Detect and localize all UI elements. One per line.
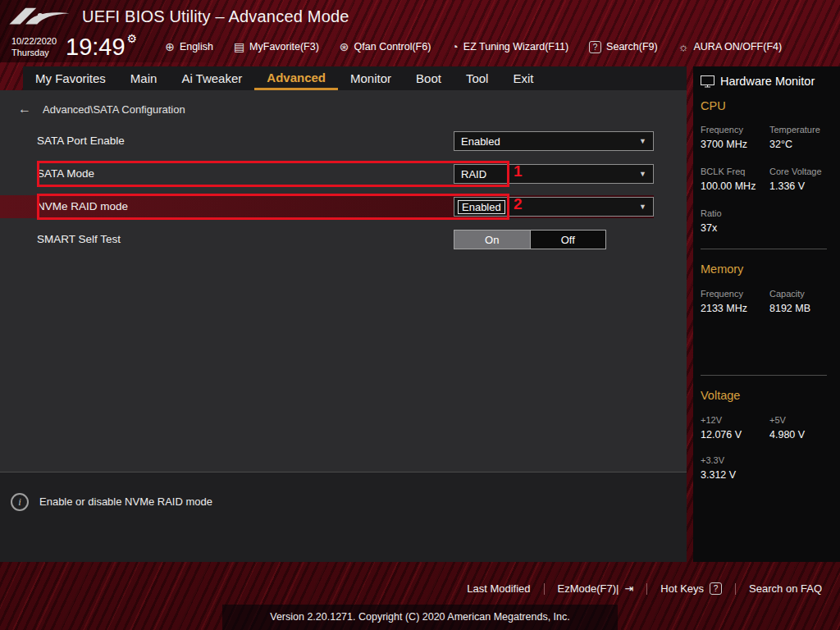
dropdown-value: Enabled bbox=[458, 200, 505, 214]
hot-keys-button[interactable]: Hot Keys ? bbox=[647, 582, 735, 595]
app-title: UEFI BIOS Utility – Advanced Mode bbox=[82, 7, 349, 26]
last-modified-button[interactable]: Last Modified bbox=[454, 582, 543, 595]
myfavorite-button[interactable]: ▤ MyFavorite(F3) bbox=[234, 40, 319, 53]
breadcrumb-text: Advanced\SATA Configuration bbox=[43, 103, 185, 116]
settings-panel: ← Advanced\SATA Configuration SATA Port … bbox=[0, 90, 687, 472]
tab-monitor[interactable]: Monitor bbox=[338, 66, 404, 90]
memory-section-title: Memory bbox=[701, 262, 832, 276]
divider bbox=[701, 249, 827, 249]
sata-mode-dropdown[interactable]: RAID ▼ bbox=[454, 164, 654, 184]
hot-keys-label: Hot Keys bbox=[660, 582, 704, 595]
chevron-down-icon: ▼ bbox=[639, 170, 646, 178]
hardware-monitor-header: Hardware Monitor bbox=[701, 75, 832, 88]
globe-icon: ⊕ bbox=[165, 40, 175, 53]
tuning-gauge-icon: ◔ bbox=[451, 40, 458, 53]
voltage-row-values: 12.076 V 4.980 V bbox=[701, 429, 832, 441]
date-text: 10/22/2020 bbox=[11, 35, 66, 47]
hardware-monitor-title: Hardware Monitor bbox=[720, 75, 815, 88]
ezmode-exit-arrow-icon: ⇥ bbox=[624, 582, 633, 595]
voltage-row-labels: +12V +5V bbox=[701, 415, 832, 425]
help-panel: i Enable or disable NVMe RAID mode bbox=[0, 472, 687, 562]
version-text: Version 2.20.1271. Copyright (C) 2020 Am… bbox=[222, 605, 617, 630]
cpu-section-title: CPU bbox=[701, 99, 832, 112]
memory-frequency-value: 2133 MHz bbox=[701, 303, 769, 314]
last-modified-label: Last Modified bbox=[467, 582, 530, 595]
tab-main[interactable]: Main bbox=[118, 66, 170, 90]
main-menu-tabs: My Favorites Main Ai Tweaker Advanced Mo… bbox=[23, 66, 687, 90]
favorite-list-icon: ▤ bbox=[234, 40, 244, 53]
search-on-faq-label: Search on FAQ bbox=[749, 582, 822, 595]
qfan-label: Qfan Control(F6) bbox=[354, 41, 431, 52]
divider bbox=[701, 375, 827, 376]
smart-self-test-toggle: On Off bbox=[454, 230, 606, 249]
voltage-5v-value: 4.980 V bbox=[769, 429, 832, 441]
banner-toolbar: ⊕ English ▤ MyFavorite(F3) ⊛ Qfan Contro… bbox=[165, 40, 782, 53]
nvme-raid-mode-dropdown[interactable]: Enabled ▼ bbox=[454, 197, 654, 217]
memory-frequency-label: Frequency bbox=[701, 289, 769, 299]
voltage-5v-label: +5V bbox=[769, 415, 832, 425]
myfavorite-label: MyFavorite(F3) bbox=[249, 41, 319, 52]
weekday-text: Thursday bbox=[11, 47, 66, 58]
bclk-row-values: 100.00 MHz 1.336 V bbox=[701, 180, 832, 192]
aura-label: AURA ON/OFF(F4) bbox=[693, 41, 782, 52]
setting-row-smart-self-test: SMART Self Test On Off bbox=[0, 228, 687, 251]
bclk-freq-label: BCLK Freq bbox=[701, 167, 769, 176]
memory-capacity-value: 8192 MB bbox=[769, 303, 832, 314]
clock: 19:49 ⚙ bbox=[66, 35, 137, 59]
help-text: Enable or disable NVMe RAID mode bbox=[39, 495, 212, 508]
date-block: 10/22/2020 Thursday bbox=[11, 35, 66, 59]
hot-keys-question-icon: ? bbox=[710, 582, 722, 595]
time-settings-gear-icon[interactable]: ⚙ bbox=[127, 33, 138, 44]
search-button[interactable]: ? Search(F9) bbox=[589, 41, 658, 53]
setting-row-sata-port-enable: SATA Port Enable Enabled ▼ bbox=[0, 130, 687, 153]
ratio-value: 37x bbox=[701, 222, 832, 234]
annotation-number-2: 2 bbox=[514, 195, 523, 213]
aura-button[interactable]: ☼ AURA ON/OFF(F4) bbox=[678, 40, 783, 53]
cpu-row-labels: Frequency Temperature bbox=[701, 125, 832, 135]
sata-port-enable-dropdown[interactable]: Enabled ▼ bbox=[454, 131, 654, 151]
cpu-frequency-value: 3700 MHz bbox=[701, 139, 769, 150]
chevron-down-icon: ▼ bbox=[639, 137, 646, 145]
fan-icon: ⊛ bbox=[340, 40, 349, 53]
setting-label: SMART Self Test bbox=[37, 233, 121, 245]
voltage-3v3-value: 3.312 V bbox=[701, 469, 832, 481]
monitor-icon bbox=[701, 75, 714, 88]
qfan-control-button[interactable]: ⊛ Qfan Control(F6) bbox=[340, 40, 431, 53]
chevron-down-icon: ▼ bbox=[639, 203, 646, 211]
setting-row-sata-mode: SATA Mode RAID ▼ bbox=[0, 162, 687, 185]
tab-boot[interactable]: Boot bbox=[404, 66, 454, 90]
core-voltage-label: Core Voltage bbox=[769, 167, 832, 176]
voltage-12v-label: +12V bbox=[701, 415, 769, 425]
aura-light-icon: ☼ bbox=[678, 40, 689, 53]
memory-capacity-label: Capacity bbox=[769, 289, 832, 299]
setting-label: NVMe RAID mode bbox=[37, 200, 128, 212]
ratio-label: Ratio bbox=[701, 208, 832, 218]
setting-row-nvme-raid-mode: NVMe RAID mode Enabled ▼ bbox=[0, 195, 654, 218]
cpu-frequency-label: Frequency bbox=[701, 125, 769, 135]
ez-tuning-label: EZ Tuning Wizard(F11) bbox=[463, 41, 568, 52]
rog-logo-icon bbox=[8, 4, 71, 29]
annotation-number-1: 1 bbox=[514, 162, 523, 180]
voltage-12v-value: 12.076 V bbox=[701, 429, 769, 441]
tab-advanced[interactable]: Advanced bbox=[254, 66, 338, 90]
core-voltage-value: 1.336 V bbox=[769, 180, 832, 192]
search-on-faq-button[interactable]: Search on FAQ bbox=[736, 582, 835, 595]
tab-ai-tweaker[interactable]: Ai Tweaker bbox=[169, 66, 254, 90]
info-icon: i bbox=[11, 493, 29, 511]
top-banner: UEFI BIOS Utility – Advanced Mode 10/22/… bbox=[0, 0, 840, 62]
ez-tuning-wizard-button[interactable]: ◔ EZ Tuning Wizard(F11) bbox=[451, 40, 568, 53]
back-arrow-icon[interactable]: ← bbox=[18, 102, 31, 116]
time-text: 19:49 bbox=[66, 35, 126, 59]
toggle-off-option[interactable]: Off bbox=[530, 231, 606, 249]
tab-my-favorites[interactable]: My Favorites bbox=[23, 66, 118, 90]
bclk-row-labels: BCLK Freq Core Voltage bbox=[701, 167, 832, 176]
banner-title-row: UEFI BIOS Utility – Advanced Mode bbox=[0, 0, 840, 33]
banner-toolbar-row: 10/22/2020 Thursday 19:49 ⚙ ⊕ English ▤ … bbox=[0, 33, 840, 61]
version-bar: Version 2.20.1271. Copyright (C) 2020 Am… bbox=[0, 605, 840, 630]
cpu-temperature-label: Temperature bbox=[769, 125, 832, 135]
language-button[interactable]: ⊕ English bbox=[165, 40, 213, 53]
tab-exit[interactable]: Exit bbox=[500, 66, 546, 90]
toggle-on-option[interactable]: On bbox=[454, 231, 530, 249]
ezmode-button[interactable]: EzMode(F7)| ⇥ bbox=[545, 582, 647, 595]
tab-tool[interactable]: Tool bbox=[454, 66, 501, 90]
